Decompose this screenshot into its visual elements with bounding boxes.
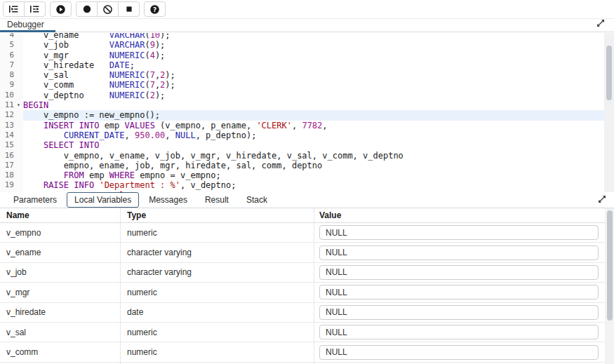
- code-line[interactable]: 9 v_comm NUMERIC(7,2);: [0, 80, 604, 90]
- value-input[interactable]: [319, 345, 599, 360]
- fold-spacer: [14, 151, 23, 161]
- line-gutter[interactable]: 11▾: [0, 100, 23, 110]
- line-gutter[interactable]: 7: [0, 60, 23, 70]
- editor-scrollbar[interactable]: [604, 33, 614, 192]
- value-input[interactable]: [319, 285, 599, 299]
- line-gutter[interactable]: 19: [0, 180, 23, 190]
- stop-button[interactable]: [118, 1, 140, 17]
- line-number: 12: [0, 110, 14, 120]
- line-number: 17: [0, 161, 14, 170]
- line-gutter[interactable]: 12: [0, 110, 23, 120]
- code-lines: 4 v_ename VARCHAR(10);5 v_job VARCHAR(9)…: [0, 33, 604, 192]
- variable-type-cell: numeric: [121, 323, 314, 342]
- line-number: 15: [0, 140, 14, 150]
- toolbar-button-group: [50, 1, 72, 17]
- tab-stack[interactable]: Stack: [239, 192, 275, 208]
- help-button[interactable]: ?: [144, 1, 166, 17]
- line-number: 19: [0, 180, 14, 190]
- line-gutter[interactable]: 8: [0, 70, 23, 80]
- expand-icon: [596, 19, 605, 29]
- step-over-button[interactable]: [24, 1, 46, 17]
- line-gutter[interactable]: 5: [0, 40, 23, 50]
- code-line[interactable]: 7 v_hiredate DATE;: [0, 60, 604, 70]
- line-gutter[interactable]: 16: [0, 151, 23, 161]
- panel-expand-button[interactable]: [596, 194, 608, 205]
- tab-messages[interactable]: Messages: [141, 192, 195, 208]
- code-line[interactable]: 8 v_sal NUMERIC(7,2);: [0, 70, 604, 80]
- clear-breakpoints-icon: [102, 4, 113, 15]
- continue-button[interactable]: [50, 1, 72, 17]
- code-text: empno, ename, job, mgr, hiredate, sal, c…: [23, 161, 604, 170]
- panel-scrollbar-thumb[interactable]: [607, 210, 613, 321]
- code-line[interactable]: 10 v_deptno NUMERIC(2);: [0, 90, 604, 100]
- line-gutter[interactable]: 13: [0, 121, 23, 130]
- toolbar-button-group: [3, 1, 46, 17]
- value-input[interactable]: [319, 265, 599, 280]
- code-line[interactable]: 12 v_empno := new_empno();: [0, 110, 604, 120]
- line-gutter[interactable]: 15: [0, 140, 23, 150]
- main-tab-bar: Debugger: [0, 19, 614, 32]
- fold-arrow-icon[interactable]: ▾: [14, 100, 23, 110]
- step-into-button[interactable]: [3, 1, 25, 17]
- value-input[interactable]: [319, 225, 599, 240]
- tab-parameters[interactable]: Parameters: [6, 192, 65, 208]
- variable-type-cell: character varying: [121, 263, 314, 282]
- column-header-value: Value: [314, 210, 605, 220]
- variable-name-cell: v_empno: [0, 223, 121, 242]
- fold-spacer: [14, 121, 23, 130]
- tab-result[interactable]: Result: [197, 192, 236, 208]
- variable-value-cell: [314, 225, 605, 240]
- editor-scrollbar-thumb[interactable]: [606, 46, 612, 100]
- line-gutter[interactable]: 17: [0, 161, 23, 170]
- fold-spacer: [14, 130, 23, 140]
- code-line[interactable]: 11▾BEGIN: [0, 100, 604, 110]
- code-line[interactable]: 16 v_empno, v_ename, v_job, v_mgr, v_hir…: [0, 151, 604, 161]
- table-header-row: NameTypeValue: [0, 208, 605, 223]
- toggle-breakpoint-button[interactable]: [76, 1, 98, 17]
- code-line[interactable]: 14 CURRENT_DATE, 950.00, NULL, p_deptno)…: [0, 130, 604, 140]
- value-input[interactable]: [319, 305, 599, 320]
- value-input[interactable]: [319, 325, 599, 339]
- fold-spacer: [14, 110, 23, 120]
- line-gutter[interactable]: 14: [0, 130, 23, 140]
- code-editor[interactable]: 4 v_ename VARCHAR(10);5 v_job VARCHAR(9)…: [0, 33, 614, 192]
- line-gutter[interactable]: 10: [0, 90, 23, 100]
- line-number: 6: [0, 50, 14, 60]
- panel-scrollbar[interactable]: [605, 208, 614, 364]
- code-line[interactable]: 18 FROM emp WHERE empno = v_empno;: [0, 170, 604, 180]
- variable-name-cell: v_comm: [0, 342, 121, 361]
- variable-name-cell: v_ename: [0, 243, 121, 262]
- clear-breakpoints-button[interactable]: [97, 1, 119, 17]
- code-line[interactable]: 13 INSERT INTO emp VALUES (v_empno, p_en…: [0, 121, 604, 130]
- code-text: v_deptno NUMERIC(2);: [23, 90, 604, 100]
- code-line[interactable]: 6 v_mgr NUMERIC(4);: [0, 50, 604, 60]
- code-line[interactable]: 19 RAISE INFO 'Department : %', v_deptno…: [0, 180, 604, 190]
- tab-debugger[interactable]: Debugger: [0, 19, 55, 32]
- tab-local-variables[interactable]: Local Variables: [67, 192, 139, 208]
- code-line[interactable]: 17 empno, ename, job, mgr, hiredate, sal…: [0, 161, 604, 170]
- editor-expand-button[interactable]: [594, 18, 607, 29]
- value-input[interactable]: [319, 245, 599, 260]
- variable-row: v_hiredatedate: [0, 303, 605, 323]
- code-line[interactable]: 5 v_job VARCHAR(9);: [0, 40, 604, 50]
- code-line[interactable]: 15 SELECT INTO: [0, 140, 604, 150]
- line-gutter[interactable]: 18: [0, 170, 23, 180]
- line-number: 7: [0, 60, 14, 70]
- line-gutter[interactable]: 6: [0, 50, 23, 60]
- variable-row: v_commnumeric: [0, 342, 605, 362]
- line-gutter[interactable]: 4: [0, 33, 23, 40]
- line-gutter[interactable]: 9: [0, 80, 23, 90]
- fold-spacer: [14, 50, 23, 60]
- code-text: v_empno := new_empno();: [23, 110, 604, 120]
- variable-row: v_jobcharacter varying: [0, 263, 605, 283]
- code-text: FROM emp WHERE empno = v_empno;: [23, 170, 604, 180]
- variable-row: v_salnumeric: [0, 323, 605, 342]
- fold-spacer: [14, 33, 23, 40]
- line-number: 16: [0, 151, 14, 161]
- variable-type-cell: character varying: [121, 243, 314, 262]
- svg-text:?: ?: [153, 6, 156, 13]
- line-number: 11: [0, 100, 14, 110]
- variable-type-cell: numeric: [121, 223, 314, 242]
- code-line[interactable]: 4 v_ename VARCHAR(10);: [0, 33, 604, 40]
- toggle-breakpoint-icon: [82, 4, 92, 14]
